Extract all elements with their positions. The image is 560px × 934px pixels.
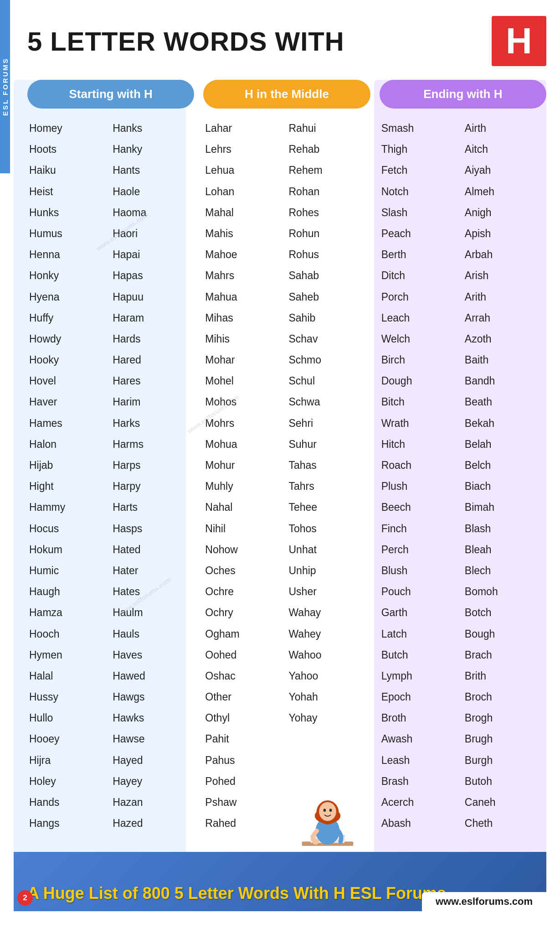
list-item: Bimah bbox=[463, 497, 546, 518]
list-item: Roach bbox=[380, 455, 463, 476]
list-item: Aiyah bbox=[463, 160, 546, 181]
list-item: Caneh bbox=[463, 792, 546, 813]
list-item: Birch bbox=[380, 349, 463, 370]
list-item: Arith bbox=[463, 286, 546, 307]
list-item: Lymph bbox=[380, 665, 463, 686]
list-item: Hullo bbox=[27, 707, 111, 728]
left-bar: ESL FORUMS bbox=[0, 0, 10, 173]
list-item: Ochre bbox=[203, 581, 287, 602]
list-item: Pahit bbox=[203, 728, 287, 749]
list-item: Leach bbox=[380, 307, 463, 328]
list-item: Belah bbox=[463, 434, 546, 455]
list-item: Arbah bbox=[463, 244, 546, 265]
svg-point-9 bbox=[312, 839, 319, 845]
list-item: Tahrs bbox=[287, 476, 370, 497]
list-item: Cheth bbox=[463, 813, 546, 834]
list-item: Hapai bbox=[111, 244, 194, 265]
list-item: Mohar bbox=[203, 349, 287, 370]
list-item: Unhat bbox=[287, 539, 370, 560]
list-item: Sehri bbox=[287, 413, 370, 434]
list-item: Harpy bbox=[111, 476, 194, 497]
list-item: Hares bbox=[111, 370, 194, 391]
list-item: Hocus bbox=[27, 518, 111, 539]
list-item: Bough bbox=[463, 623, 546, 644]
list-item: Wahey bbox=[287, 623, 370, 644]
list-item: Ochry bbox=[203, 602, 287, 623]
list-item: Bleah bbox=[463, 539, 546, 560]
list-item: Pouch bbox=[380, 581, 463, 602]
list-item: Tehee bbox=[287, 497, 370, 518]
list-item: Butch bbox=[380, 644, 463, 665]
list-item: Hamza bbox=[27, 602, 111, 623]
list-item: Berth bbox=[380, 244, 463, 265]
word-column-middle: LaharRahuiLehrsRehabLehuaRehemLohanRohan… bbox=[203, 118, 370, 834]
col-header-middle: H in the Middle bbox=[203, 80, 370, 109]
list-item: Airth bbox=[463, 118, 546, 139]
list-item: Wrath bbox=[380, 413, 463, 434]
list-item: Beech bbox=[380, 497, 463, 518]
list-item bbox=[287, 728, 370, 749]
list-item: Mahoe bbox=[203, 244, 287, 265]
list-item: Saheb bbox=[287, 286, 370, 307]
list-item: Schwa bbox=[287, 391, 370, 412]
list-item: Homey bbox=[27, 118, 111, 139]
list-item: Nihil bbox=[203, 518, 287, 539]
list-item: Blush bbox=[380, 560, 463, 581]
list-item: Perch bbox=[380, 539, 463, 560]
list-item: Acerch bbox=[380, 792, 463, 813]
list-item: Halal bbox=[27, 665, 111, 686]
list-item: Hawks bbox=[111, 707, 194, 728]
word-column-starting: HomeyHanksHootsHankyHaikuHantsHeistHaole… bbox=[27, 118, 194, 834]
list-item: Hayed bbox=[111, 750, 194, 771]
word-column-middle-inner: LaharRahuiLehrsRehabLehuaRehemLohanRohan… bbox=[203, 118, 370, 834]
list-item: Nahal bbox=[203, 497, 287, 518]
list-item: Hijra bbox=[27, 750, 111, 771]
list-item: Plush bbox=[380, 476, 463, 497]
list-item: Hymen bbox=[27, 644, 111, 665]
list-item: Haole bbox=[111, 181, 194, 202]
list-item: Epoch bbox=[380, 686, 463, 707]
list-item: Hants bbox=[111, 160, 194, 181]
list-item: Hapas bbox=[111, 265, 194, 286]
list-item: Hussy bbox=[27, 686, 111, 707]
list-item: Sahab bbox=[287, 265, 370, 286]
list-item: Hayey bbox=[111, 771, 194, 792]
svg-point-8 bbox=[329, 809, 332, 812]
columns-header: Starting with H H in the Middle Ending w… bbox=[27, 80, 546, 109]
header: 5 LETTER WORDS WITH H bbox=[27, 9, 546, 66]
col-header-starting: Starting with H bbox=[27, 80, 194, 109]
list-item: Haver bbox=[27, 391, 111, 412]
list-item: Yahoo bbox=[287, 665, 370, 686]
list-item: Hater bbox=[111, 560, 194, 581]
list-item: Othyl bbox=[203, 707, 287, 728]
list-item: Henna bbox=[27, 244, 111, 265]
list-item: Haves bbox=[111, 644, 194, 665]
list-item: Lehua bbox=[203, 160, 287, 181]
list-item: Hapuu bbox=[111, 286, 194, 307]
list-item: Rohun bbox=[287, 223, 370, 244]
list-item bbox=[287, 750, 370, 771]
list-item: Yohay bbox=[287, 707, 370, 728]
list-item: Hards bbox=[111, 328, 194, 349]
list-item: Hovel bbox=[27, 370, 111, 391]
list-item: Hammy bbox=[27, 497, 111, 518]
list-item: Burgh bbox=[463, 750, 546, 771]
list-item: Honky bbox=[27, 265, 111, 286]
list-item: Beath bbox=[463, 391, 546, 412]
list-item: Hated bbox=[111, 539, 194, 560]
list-item: Mahal bbox=[203, 202, 287, 223]
list-item: Hands bbox=[27, 792, 111, 813]
word-column-ending-inner: SmashAirthThighAitchFetchAiyahNotchAlmeh… bbox=[380, 118, 546, 834]
list-item: Broth bbox=[380, 707, 463, 728]
list-item: Rahed bbox=[203, 813, 287, 834]
list-item: Brogh bbox=[463, 707, 546, 728]
list-item: Hawed bbox=[111, 665, 194, 686]
list-item: Butoh bbox=[463, 771, 546, 792]
list-item: Mohrs bbox=[203, 413, 287, 434]
list-item: Mihas bbox=[203, 307, 287, 328]
list-item: Botch bbox=[463, 602, 546, 623]
list-item: Bomoh bbox=[463, 581, 546, 602]
list-item: Almeh bbox=[463, 181, 546, 202]
list-item: Haulm bbox=[111, 602, 194, 623]
h-letter-icon: H bbox=[492, 16, 546, 66]
